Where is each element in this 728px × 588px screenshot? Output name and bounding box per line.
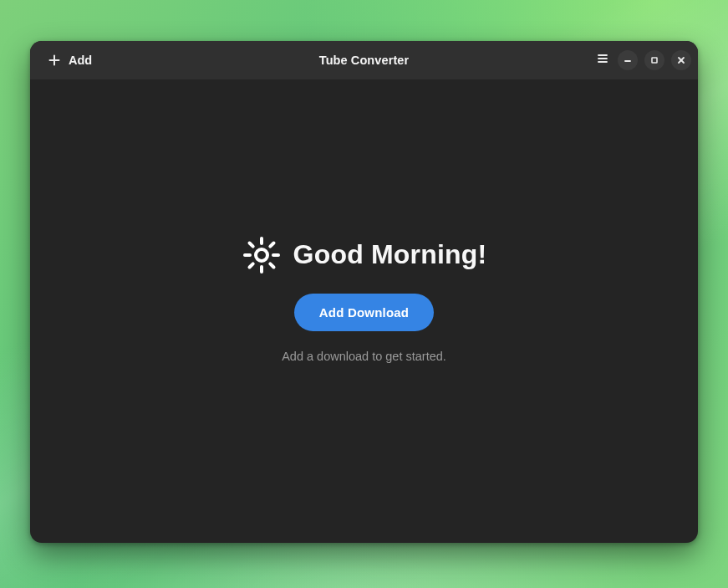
minimize-icon (623, 55, 633, 65)
titlebar-left: Add (37, 49, 97, 71)
maximize-button[interactable] (644, 50, 664, 70)
minimize-button[interactable] (618, 50, 638, 70)
maximize-icon (649, 55, 659, 65)
main-content: Good Morning! Add Download Add a downloa… (30, 79, 698, 543)
svg-line-15 (270, 263, 273, 267)
greeting-row: Good Morning! (242, 235, 487, 275)
svg-line-14 (249, 243, 252, 246)
close-icon (676, 55, 686, 65)
titlebar-right (594, 50, 691, 70)
greeting-text: Good Morning! (293, 239, 487, 270)
hamburger-icon (596, 52, 609, 69)
sun-icon (242, 235, 282, 275)
plus-icon (47, 53, 62, 68)
svg-line-17 (249, 263, 252, 267)
add-button[interactable]: Add (42, 49, 97, 71)
svg-rect-6 (652, 58, 657, 63)
svg-line-16 (270, 243, 273, 246)
svg-point-9 (256, 249, 267, 261)
hamburger-menu-button[interactable] (594, 52, 611, 69)
titlebar: Add Tube Converter (30, 41, 698, 79)
close-button[interactable] (671, 50, 691, 70)
hint-text: Add a download to get started. (282, 350, 446, 363)
add-download-button[interactable]: Add Download (294, 294, 434, 331)
add-button-label: Add (69, 54, 92, 67)
desktop-background: Add Tube Converter (0, 0, 728, 588)
app-window: Add Tube Converter (30, 41, 698, 543)
